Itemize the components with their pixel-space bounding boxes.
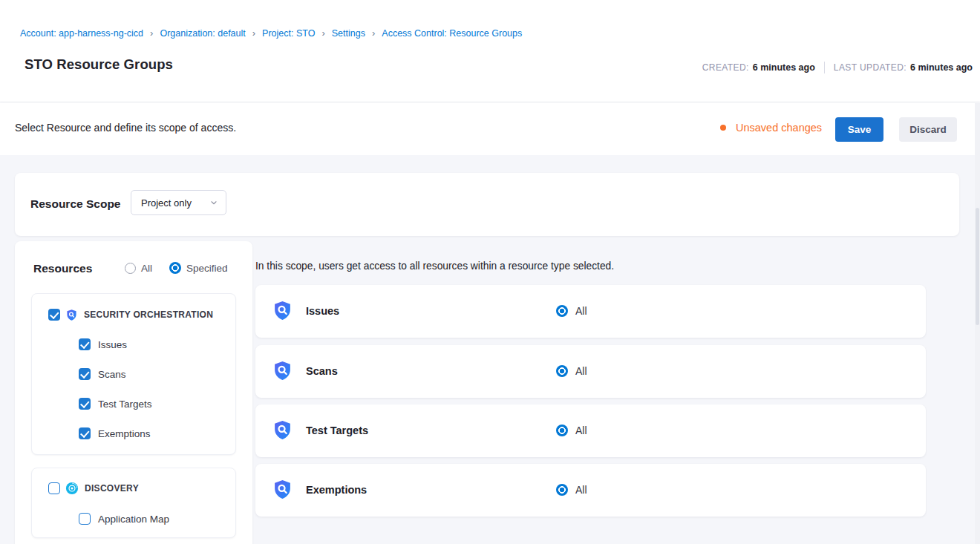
breadcrumb-organization[interactable]: Organization: default bbox=[160, 28, 245, 39]
scrollbar-track bbox=[975, 103, 980, 544]
row-access: All bbox=[556, 365, 587, 377]
page-body: Resource Scope Project only Resources Al… bbox=[0, 155, 980, 544]
row-label: Exemptions bbox=[306, 484, 367, 496]
row-label: Scans bbox=[306, 365, 338, 377]
group-item-issues: Issues bbox=[79, 338, 127, 351]
row-label: Issues bbox=[306, 305, 339, 317]
resource-row-test-targets: Test Targets All bbox=[255, 404, 926, 457]
row-access: All bbox=[556, 425, 587, 436]
resource-scope-card: Resource Scope Project only bbox=[15, 173, 959, 236]
resource-scope-label: Resource Scope bbox=[30, 197, 120, 211]
resource-scope-value: Project only bbox=[141, 197, 209, 209]
unsaved-changes-indicator: Unsaved changes bbox=[720, 122, 822, 134]
radio-all[interactable] bbox=[125, 263, 136, 274]
breadcrumb: Account: app-harness-ng-cicd › Organizat… bbox=[20, 27, 522, 39]
created-value: 6 minutes ago bbox=[753, 62, 815, 73]
radio-all-access[interactable] bbox=[556, 484, 568, 496]
resource-row-exemptions: Exemptions All bbox=[255, 464, 926, 517]
header-meta: CREATED: 6 minutes ago LAST UPDATED: 6 m… bbox=[702, 62, 973, 73]
checkbox-issues[interactable] bbox=[79, 338, 91, 350]
breadcrumb-separator: › bbox=[150, 27, 153, 39]
item-label: Issues bbox=[98, 339, 127, 350]
checkbox-scans[interactable] bbox=[79, 368, 91, 380]
breadcrumb-access-control[interactable]: Access Control: Resource Groups bbox=[382, 28, 522, 39]
discard-button[interactable]: Discard bbox=[899, 117, 957, 142]
last-updated-label: LAST UPDATED: bbox=[834, 62, 906, 73]
group-item-exemptions: Exemptions bbox=[79, 427, 151, 440]
resource-scope-select[interactable]: Project only bbox=[131, 190, 226, 215]
page: Account: app-harness-ng-cicd › Organizat… bbox=[0, 0, 980, 544]
breadcrumb-settings[interactable]: Settings bbox=[332, 28, 365, 39]
access-label: All bbox=[575, 365, 587, 377]
breadcrumb-separator: › bbox=[321, 27, 324, 39]
sto-shield-icon bbox=[272, 360, 293, 384]
unsaved-dot-icon bbox=[720, 125, 726, 131]
item-label: Test Targets bbox=[98, 399, 152, 410]
item-label: Exemptions bbox=[98, 428, 151, 439]
toolbar-description: Select Resource and define its scope of … bbox=[15, 122, 236, 134]
sto-shield-icon bbox=[65, 309, 78, 321]
page-title: STO Resource Groups bbox=[24, 56, 173, 73]
radio-all-access[interactable] bbox=[556, 365, 568, 377]
resource-group-discovery: DISCOVERY Application Map bbox=[31, 468, 236, 538]
discovery-icon bbox=[65, 482, 79, 495]
checkbox-exemptions[interactable] bbox=[79, 427, 91, 439]
row-access: All bbox=[556, 305, 587, 317]
group-name: SECURITY ORCHESTRATION bbox=[84, 309, 213, 320]
resource-row-scans: Scans All bbox=[255, 345, 926, 398]
toolbar: Select Resource and define its scope of … bbox=[0, 103, 980, 155]
unsaved-changes-label: Unsaved changes bbox=[736, 122, 822, 134]
sto-shield-icon bbox=[272, 300, 293, 324]
breadcrumb-project[interactable]: Project: STO bbox=[262, 28, 315, 39]
group-name: DISCOVERY bbox=[85, 483, 139, 494]
resources-filter: All Specified bbox=[125, 262, 228, 274]
group-header: DISCOVERY bbox=[48, 482, 139, 495]
breadcrumb-account[interactable]: Account: app-harness-ng-cicd bbox=[20, 28, 143, 39]
scrollbar-thumb[interactable] bbox=[976, 208, 979, 325]
group-header: SECURITY ORCHESTRATION bbox=[48, 308, 213, 321]
checkbox-discovery[interactable] bbox=[48, 482, 60, 494]
radio-all-access[interactable] bbox=[556, 305, 568, 317]
radio-specified[interactable] bbox=[169, 262, 181, 274]
resources-panel: Resources All Specified bbox=[15, 241, 252, 544]
last-updated-value: 6 minutes ago bbox=[910, 62, 973, 73]
row-label: Test Targets bbox=[306, 425, 368, 436]
checkbox-security-orchestration[interactable] bbox=[48, 309, 60, 321]
group-item-application-map: Application Map bbox=[79, 512, 169, 525]
sto-shield-icon bbox=[272, 419, 293, 444]
radio-all-access[interactable] bbox=[556, 425, 568, 436]
group-item-scans: Scans bbox=[79, 367, 126, 381]
resources-panel-title: Resources bbox=[33, 262, 92, 275]
item-label: Application Map bbox=[98, 514, 169, 525]
row-access: All bbox=[556, 484, 587, 496]
breadcrumb-separator: › bbox=[252, 27, 255, 39]
created-label: CREATED: bbox=[702, 62, 749, 73]
sto-shield-icon bbox=[272, 479, 293, 503]
scope-access-description: In this scope, users get access to all r… bbox=[255, 260, 614, 272]
radio-all-label: All bbox=[141, 263, 152, 274]
checkbox-test-targets[interactable] bbox=[79, 398, 91, 410]
resource-group-security-orchestration: SECURITY ORCHESTRATION Issues Scans Test… bbox=[31, 293, 236, 455]
page-header: Account: app-harness-ng-cicd › Organizat… bbox=[0, 0, 980, 102]
group-item-test-targets: Test Targets bbox=[79, 397, 152, 410]
item-label: Scans bbox=[98, 369, 126, 380]
access-label: All bbox=[575, 484, 587, 496]
resource-row-issues: Issues All bbox=[255, 285, 926, 338]
radio-specified-label: Specified bbox=[186, 263, 228, 274]
checkbox-application-map[interactable] bbox=[79, 513, 91, 525]
chevron-down-icon bbox=[209, 198, 218, 207]
access-label: All bbox=[575, 305, 587, 317]
access-label: All bbox=[575, 425, 587, 436]
meta-divider bbox=[824, 62, 825, 73]
breadcrumb-separator: › bbox=[372, 27, 375, 39]
save-button[interactable]: Save bbox=[835, 117, 883, 142]
